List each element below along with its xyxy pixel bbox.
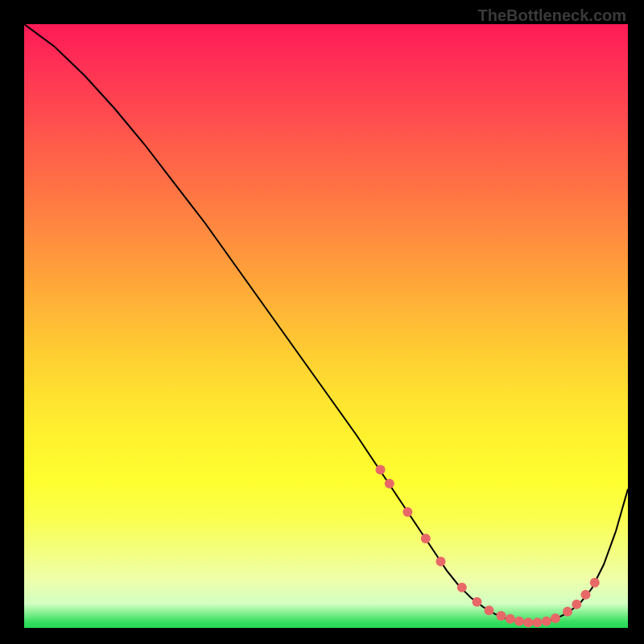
data-marker bbox=[523, 617, 533, 627]
curve-group bbox=[24, 24, 628, 623]
data-marker bbox=[402, 507, 412, 517]
data-marker bbox=[436, 557, 446, 567]
bottleneck-curve bbox=[24, 24, 628, 623]
data-marker bbox=[457, 583, 467, 592]
data-marker bbox=[563, 607, 572, 617]
data-marker bbox=[485, 605, 494, 615]
data-marker bbox=[514, 617, 524, 626]
data-marker bbox=[551, 613, 560, 623]
data-marker bbox=[581, 590, 591, 600]
watermark-text: TheBottleneck.com bbox=[478, 6, 626, 25]
data-marker bbox=[421, 534, 431, 543]
data-marker bbox=[473, 597, 482, 607]
marker-group bbox=[376, 465, 600, 628]
chart-svg bbox=[24, 24, 628, 628]
data-marker bbox=[385, 479, 394, 489]
data-marker bbox=[572, 600, 581, 609]
data-marker bbox=[376, 465, 386, 475]
data-marker bbox=[590, 578, 600, 588]
data-marker bbox=[506, 614, 515, 624]
data-marker bbox=[542, 617, 551, 626]
data-marker bbox=[497, 611, 506, 621]
data-marker bbox=[533, 617, 543, 627]
